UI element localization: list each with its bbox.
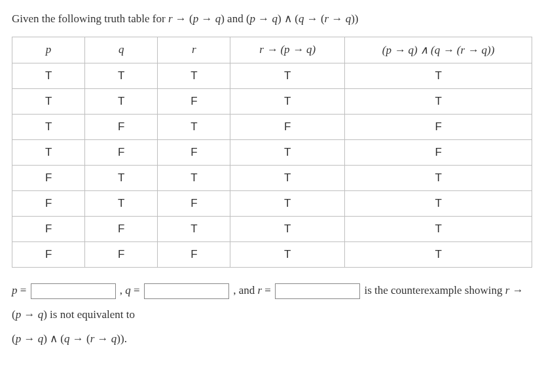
cell-e1: T	[230, 139, 345, 165]
cell-e1: F	[230, 114, 345, 139]
tail-text-2: counterexample showing	[391, 284, 505, 296]
period: .	[124, 332, 127, 345]
cell-r: F	[158, 241, 230, 267]
cell-e2: T	[345, 63, 532, 88]
table-row: F T F T T	[12, 190, 532, 216]
intro-mid: and	[227, 12, 246, 25]
tail-text-1: is the	[364, 284, 391, 296]
cell-p: F	[12, 216, 85, 241]
intro-text: Given the following truth table for r → …	[12, 10, 532, 27]
cell-e1: T	[230, 216, 345, 241]
cell-e1: T	[230, 190, 345, 216]
cell-e1: T	[230, 63, 345, 88]
r-equals-label: , and r =	[233, 284, 271, 296]
cell-q: T	[85, 165, 158, 190]
intro-expr2: (p → q) ∧ (q → (r → q))	[246, 12, 359, 25]
table-row: T T F T T	[12, 88, 532, 114]
header-q: q	[85, 37, 158, 63]
answer-mid: is not equivalent to	[50, 308, 135, 321]
cell-e2: T	[345, 241, 532, 267]
header-p: p	[12, 37, 85, 63]
header-e2: (p → q) ∧ (q → (r → q))	[345, 37, 532, 63]
cell-p: F	[12, 241, 85, 267]
table-row: T F F T F	[12, 139, 532, 165]
answer-section: p = , q = , and r = is the counterexampl…	[12, 278, 532, 351]
truth-table: p q r r → (p → q) (p → q) ∧ (q → (r → q)…	[12, 37, 532, 268]
table-header-row: p q r r → (p → q) (p → q) ∧ (q → (r → q)…	[12, 37, 532, 63]
cell-e2: T	[345, 88, 532, 114]
cell-r: F	[158, 190, 230, 216]
cell-r: T	[158, 63, 230, 88]
header-e1: r → (p → q)	[230, 37, 345, 63]
cell-r: T	[158, 165, 230, 190]
cell-q: T	[85, 63, 158, 88]
table-row: T F T F F	[12, 114, 532, 139]
q-input[interactable]	[144, 283, 229, 299]
cell-e2: T	[345, 190, 532, 216]
cell-e2: T	[345, 216, 532, 241]
q-equals-label: , q =	[120, 284, 140, 296]
answer-expr2: (p → q) ∧ (q → (r → q))	[12, 332, 124, 345]
cell-r: F	[158, 139, 230, 165]
cell-r: T	[158, 114, 230, 139]
cell-r: T	[158, 216, 230, 241]
cell-e2: F	[345, 139, 532, 165]
table-row: F F F T T	[12, 241, 532, 267]
cell-p: T	[12, 63, 85, 88]
cell-e1: T	[230, 88, 345, 114]
intro-prefix: Given the following truth table for	[12, 12, 168, 25]
header-r: r	[158, 37, 230, 63]
cell-q: T	[85, 190, 158, 216]
cell-e2: T	[345, 165, 532, 190]
cell-q: F	[85, 216, 158, 241]
cell-p: T	[12, 139, 85, 165]
p-input[interactable]	[31, 283, 116, 299]
table-row: T T T T T	[12, 63, 532, 88]
p-equals-label: p =	[12, 284, 26, 296]
cell-p: F	[12, 190, 85, 216]
cell-q: T	[85, 88, 158, 114]
cell-r: F	[158, 88, 230, 114]
cell-q: F	[85, 139, 158, 165]
cell-q: F	[85, 241, 158, 267]
cell-e1: T	[230, 241, 345, 267]
table-row: F F T T T	[12, 216, 532, 241]
cell-p: F	[12, 165, 85, 190]
cell-p: T	[12, 114, 85, 139]
r-input[interactable]	[275, 283, 360, 299]
intro-expr1: r → (p → q)	[168, 12, 225, 25]
table-row: F T T T T	[12, 165, 532, 190]
cell-q: F	[85, 114, 158, 139]
cell-e1: T	[230, 165, 345, 190]
cell-e2: F	[345, 114, 532, 139]
cell-p: T	[12, 88, 85, 114]
